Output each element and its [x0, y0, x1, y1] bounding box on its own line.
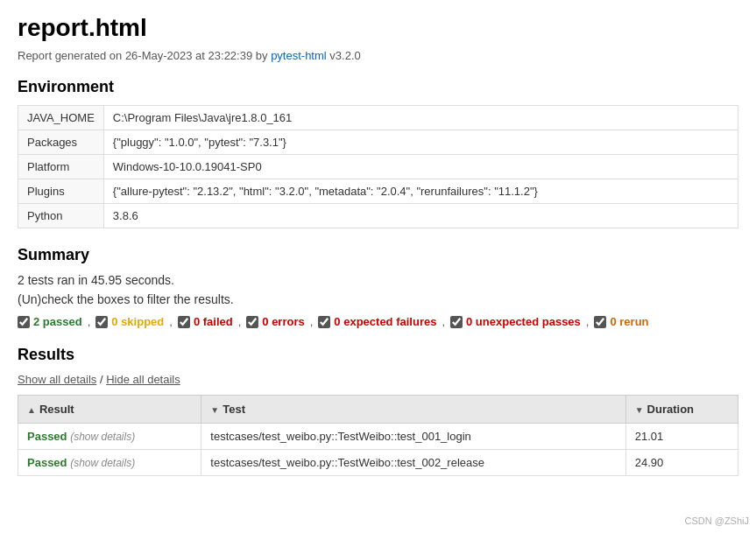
table-row: Passed (show details)testcases/test_weib… — [18, 450, 738, 476]
env-key: Plugins — [18, 179, 104, 204]
filter-item-passed: 2 passed — [18, 315, 82, 328]
meta-date: 26-May-2023 at 23:22:39 by — [125, 49, 268, 62]
duration-cell: 21.01 — [625, 424, 738, 450]
env-value: {"allure-pytest": "2.13.2", "html": "3.2… — [103, 179, 738, 204]
filter-checkbox-unexpected[interactable] — [450, 316, 463, 328]
filter-count-failed: 0 failed — [194, 315, 233, 328]
result-cell: Passed (show details) — [18, 424, 201, 450]
summary-heading: Summary — [18, 246, 738, 264]
env-row: Plugins{"allure-pytest": "2.13.2", "html… — [18, 179, 738, 204]
show-details-link[interactable]: (show details) — [70, 457, 135, 469]
env-row: Packages{"pluggy": "1.0.0", "pytest": "7… — [18, 130, 738, 155]
environment-table: JAVA_HOMEC:\Program Files\Java\jre1.8.0_… — [18, 105, 738, 228]
summary-stats: 2 tests ran in 45.95 seconds. — [18, 273, 738, 287]
env-row: JAVA_HOMEC:\Program Files\Java\jre1.8.0_… — [18, 106, 738, 130]
meta-prefix: Report generated on — [18, 49, 122, 62]
filter-checkbox-skipped[interactable] — [95, 316, 108, 328]
results-section: Results Show all details / Hide all deta… — [18, 346, 738, 476]
result-status: Passed — [27, 456, 67, 469]
results-heading: Results — [18, 346, 738, 364]
result-cell: Passed (show details) — [18, 450, 201, 476]
env-key: JAVA_HOME — [18, 106, 104, 130]
filter-hint: (Un)check the boxes to filter the result… — [18, 292, 738, 306]
filter-checkbox-passed[interactable] — [18, 316, 30, 328]
filter-badges: 2 passed,0 skipped,0 failed,0 errors,0 e… — [18, 315, 738, 328]
filter-item-rerun: 0 rerun — [594, 315, 648, 328]
filter-count-passed: 2 passed — [33, 315, 82, 328]
test-name-cell: testcases/test_weibo.py::TestWeibo::test… — [201, 450, 625, 476]
col-header-test[interactable]: ▼Test — [201, 396, 625, 424]
duration-cell: 24.90 — [625, 450, 738, 476]
report-meta: Report generated on 26-May-2023 at 23:22… — [18, 49, 738, 62]
filter-item-unexpected: 0 unexpected passes — [450, 315, 581, 328]
result-status: Passed — [27, 430, 67, 443]
filter-count-errors: 0 errors — [262, 315, 304, 328]
env-key: Platform — [18, 155, 104, 179]
filter-checkbox-errors[interactable] — [246, 316, 258, 328]
env-value: C:\Program Files\Java\jre1.8.0_161 — [103, 106, 738, 130]
env-value: 3.8.6 — [103, 204, 738, 228]
results-links: Show all details / Hide all details — [18, 373, 738, 386]
filter-checkbox-expected[interactable] — [318, 316, 330, 328]
env-key: Packages — [18, 130, 104, 155]
table-row: Passed (show details)testcases/test_weib… — [18, 424, 738, 450]
show-details-link[interactable]: (show details) — [70, 431, 135, 443]
sort-arrow: ▼ — [210, 405, 219, 415]
hide-all-link[interactable]: Hide all details — [106, 373, 180, 386]
filter-checkbox-failed[interactable] — [178, 316, 190, 328]
env-value: {"pluggy": "1.0.0", "pytest": "7.3.1"} — [103, 130, 738, 155]
filter-item-skipped: 0 skipped — [95, 315, 164, 328]
summary-section: Summary 2 tests ran in 45.95 seconds. (U… — [18, 246, 738, 328]
results-table: ▲Result▼Test▼Duration Passed (show detai… — [18, 395, 738, 476]
test-name-cell: testcases/test_weibo.py::TestWeibo::test… — [201, 424, 625, 450]
environment-heading: Environment — [18, 78, 738, 96]
filter-count-rerun: 0 rerun — [610, 315, 648, 328]
page-title: report.html — [18, 14, 738, 42]
filter-item-failed: 0 failed — [178, 315, 233, 328]
filter-checkbox-rerun[interactable] — [594, 316, 606, 328]
pytest-html-link[interactable]: pytest-html — [271, 49, 327, 62]
filter-count-skipped: 0 skipped — [111, 315, 164, 328]
env-row: Python3.8.6 — [18, 204, 738, 228]
sort-arrow: ▼ — [635, 405, 644, 415]
sort-arrow: ▲ — [27, 405, 36, 415]
filter-item-expected: 0 expected failures — [318, 315, 436, 328]
env-value: Windows-10-10.0.19041-SP0 — [103, 155, 738, 179]
environment-section: Environment JAVA_HOMEC:\Program Files\Ja… — [18, 78, 738, 228]
col-header-duration[interactable]: ▼Duration — [625, 396, 738, 424]
filter-item-errors: 0 errors — [246, 315, 304, 328]
filter-count-unexpected: 0 unexpected passes — [466, 315, 581, 328]
env-key: Python — [18, 204, 104, 228]
filter-count-expected: 0 expected failures — [334, 315, 436, 328]
col-header-result[interactable]: ▲Result — [18, 396, 201, 424]
show-all-link[interactable]: Show all details — [18, 373, 96, 386]
env-row: PlatformWindows-10-10.0.19041-SP0 — [18, 155, 738, 179]
meta-version: v3.2.0 — [329, 49, 360, 62]
